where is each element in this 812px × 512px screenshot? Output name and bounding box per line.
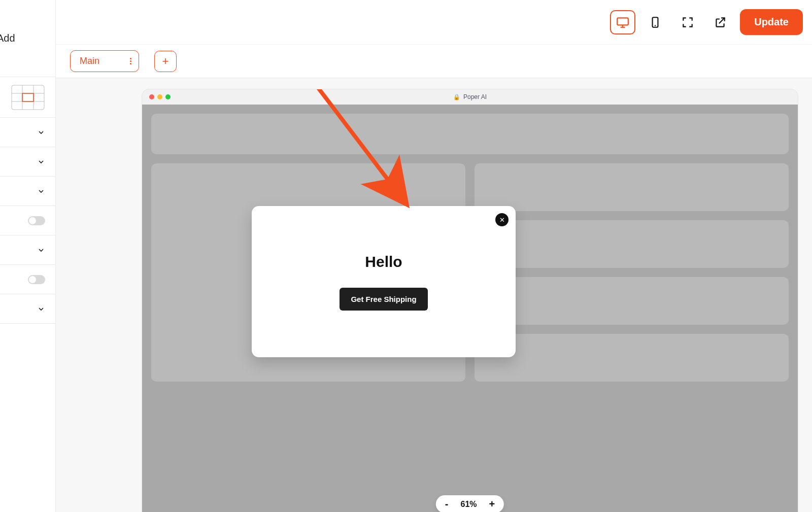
popup-content: Hello Get Free Shipping — [340, 253, 427, 311]
breakpoint-toolbar: Main + — [56, 45, 812, 78]
update-button[interactable]: Update — [740, 9, 803, 35]
chevron-down-icon — [37, 246, 45, 254]
popup-title: Hello — [340, 253, 427, 270]
chevron-down-icon — [37, 305, 45, 313]
svg-rect-0 — [617, 18, 628, 25]
zoom-out-button[interactable]: - — [445, 498, 449, 510]
breakpoint-chip-main[interactable]: Main — [70, 50, 139, 72]
sidebar: Add — [0, 0, 56, 512]
sidebar-position-grid[interactable] — [0, 77, 55, 118]
close-icon: ✕ — [499, 216, 505, 224]
zoom-in-button[interactable]: + — [489, 498, 495, 510]
svg-rect-10 — [22, 93, 33, 101]
chevron-down-icon — [37, 128, 45, 136]
browser-mock-body: ✕ Hello Get Free Shipping - 61% + — [142, 105, 798, 512]
canvas-area: 🔒 Poper AI ✕ Hello — [56, 78, 812, 512]
fullscreen-button[interactable] — [675, 10, 700, 35]
toggle-switch-icon — [28, 275, 45, 284]
svg-rect-5 — [12, 85, 44, 110]
plus-icon: + — [162, 55, 169, 68]
placeholder-block — [475, 334, 789, 382]
zoom-control: - 61% + — [436, 495, 504, 512]
external-link-icon — [714, 16, 727, 29]
sidebar-toggle-1[interactable] — [0, 206, 55, 235]
mobile-icon — [649, 16, 662, 29]
sidebar-add-section[interactable]: Add — [0, 0, 55, 77]
popup-close-button[interactable]: ✕ — [495, 213, 509, 226]
open-external-button[interactable] — [707, 10, 733, 35]
browser-mock-title-text: Poper AI — [463, 93, 487, 100]
viewport-desktop-button[interactable] — [610, 10, 635, 35]
popup-cta-button[interactable]: Get Free Shipping — [340, 288, 427, 311]
sidebar-section-1[interactable] — [0, 118, 55, 147]
placeholder-block — [475, 220, 789, 268]
sidebar-section-4[interactable] — [0, 235, 55, 265]
viewport-mobile-button[interactable] — [642, 10, 668, 35]
toggle-switch-icon — [28, 216, 45, 225]
browser-mock-titlebar: 🔒 Poper AI — [142, 89, 798, 105]
sidebar-add-label: Add — [0, 32, 15, 44]
expand-icon — [681, 16, 694, 29]
kebab-icon — [130, 58, 131, 64]
sidebar-toggle-2[interactable] — [0, 265, 55, 294]
lock-icon: 🔒 — [453, 94, 460, 100]
sidebar-section-2[interactable] — [0, 147, 55, 177]
popup-preview[interactable]: ✕ Hello Get Free Shipping — [252, 206, 516, 357]
placeholder-block — [475, 277, 789, 325]
desktop-icon — [616, 16, 629, 29]
zoom-value: 61% — [460, 500, 477, 509]
header-bar: Update — [0, 0, 812, 45]
chevron-down-icon — [37, 187, 45, 195]
sidebar-section-5[interactable] — [0, 294, 55, 324]
browser-mock-title: 🔒 Poper AI — [142, 93, 798, 100]
add-breakpoint-button[interactable]: + — [154, 51, 177, 72]
breakpoint-chip-label: Main — [80, 56, 99, 66]
browser-mock-window: 🔒 Poper AI ✕ Hello — [142, 89, 798, 512]
placeholder-block — [151, 114, 789, 154]
chevron-down-icon — [37, 158, 45, 166]
placeholder-block — [475, 163, 789, 211]
sidebar-section-3[interactable] — [0, 177, 55, 206]
grid-position-icon — [11, 85, 45, 110]
